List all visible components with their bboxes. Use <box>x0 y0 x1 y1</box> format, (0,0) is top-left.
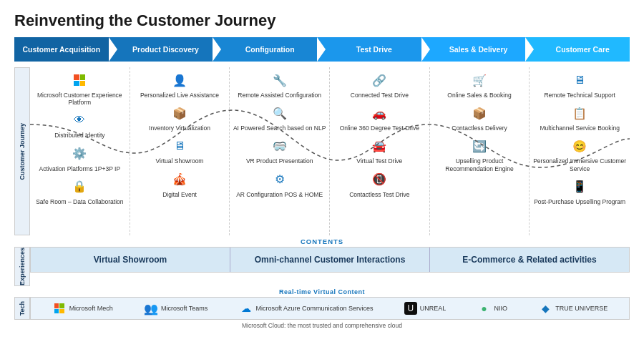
unreal-icon: U <box>404 302 417 315</box>
tech-row: Tech Microsoft Mech 👥 Microsoft Teams ☁ … <box>14 297 630 320</box>
nav-customer-care[interactable]: Customer Care <box>525 37 630 62</box>
item-post-purchase: 📱 Post-Purchase Upselling Program <box>532 177 627 205</box>
item-multichannel-booking: 📋 Multichannel Service Booking <box>532 103 627 132</box>
item-remote-config: 🔧 Remote Assisted Configuration <box>233 70 326 99</box>
tech-ms-teams: 👥 Microsoft Teams <box>144 301 208 315</box>
nav-test-drive[interactable]: Test Drive <box>317 37 421 62</box>
gear-icon: ⚙️ <box>69 144 89 164</box>
experiences-side-label: Experiences <box>14 247 30 286</box>
person-icon: 👤 <box>170 70 190 90</box>
vr-icon: 🥽 <box>270 136 290 156</box>
col-configuration: 🔧 Remote Assisted Configuration 🔍 AI Pow… <box>230 67 330 235</box>
page-title: Reinventing the Customer Journey <box>14 11 630 30</box>
nav-sales-delivery[interactable]: Sales & Delivery <box>421 37 526 62</box>
tech-unreal: U UNREAL <box>404 302 447 315</box>
exp-virtual-showroom: Virtual Showroom <box>31 248 230 272</box>
ms-teams-icon: 👥 <box>144 301 158 315</box>
true-universe-icon: ◆ <box>538 301 552 315</box>
tech-ms-azure: ☁ Microsoft Azure Communication Services <box>239 301 374 315</box>
phone-off-icon: 📵 <box>369 170 389 190</box>
lock-icon: 🔒 <box>69 177 89 197</box>
car2-icon: 🚘 <box>369 136 389 156</box>
item-contactless-test: 📵 Contactless Test Drive <box>333 170 426 198</box>
exp-ecommerce: E-Commerce & Related activities <box>430 248 629 272</box>
item-connected-test: 🔗 Connected Test Drive <box>333 70 426 99</box>
item-ar-config: ⚙ AR Configuration POS & HOME <box>233 170 326 198</box>
item-activation-platforms: ⚙️ Activation Platforms 1P+3P IP <box>33 144 127 172</box>
refresh-icon: 🔄 <box>469 136 489 156</box>
box-icon: 📦 <box>170 103 190 123</box>
journey-grid: Microsoft Customer Experience Platform 👁… <box>30 67 630 235</box>
item-ms-exp-platform: Microsoft Customer Experience Platform <box>33 70 127 106</box>
mobile-icon: 📱 <box>570 177 590 197</box>
cart-icon: 🛒 <box>469 70 489 90</box>
tech-niio: ● NIIO <box>477 301 508 315</box>
col-customer-care: 🖥 Remote Technical Support 📋 Multichanne… <box>530 67 630 235</box>
journey-side-label: Customer Journey <box>14 67 30 235</box>
col-sales-delivery: 🛒 Online Sales & Booking 📦 Contactless D… <box>430 67 530 235</box>
nav-customer-acquisition[interactable]: Customer Acquisition <box>14 37 109 62</box>
item-personalized-immersive: 😊 Personalized Immersive Customer Servic… <box>532 136 627 172</box>
monitor2-icon: 🖥 <box>570 70 590 90</box>
item-contactless-delivery: 📦 Contactless Delivery <box>433 103 527 132</box>
niio-icon: ● <box>477 301 492 315</box>
smile-icon: 😊 <box>570 136 590 156</box>
ms-cloud-label: Microsoft Cloud: the most trusted and co… <box>14 322 630 329</box>
tech-ms-mech: Microsoft Mech <box>52 301 113 315</box>
item-virtual-showroom: 🖥 Virtual Showroom <box>133 136 227 165</box>
item-ai-search: 🔍 AI Powered Search based on NLP <box>233 103 326 132</box>
col-test-drive: 🔗 Connected Test Drive 🚗 Online 360 Degr… <box>330 67 430 235</box>
item-digital-event: 🎪 Digital Event <box>133 170 227 198</box>
item-safe-room: 🔒 Safe Room – Data Collaboration <box>33 177 127 205</box>
real-time-label: Real-time Virtual Content <box>14 288 630 295</box>
journey-row: Customer Journey Microsoft Customer Expe… <box>14 67 630 235</box>
item-upselling-engine: 🔄 Upselling Product Recommendation Engin… <box>433 136 527 172</box>
item-inventory-virtualization: 📦 Inventory Virtualization <box>133 103 227 132</box>
chevron-nav: Customer Acquisition Product Discovery C… <box>14 37 630 62</box>
tech-side-label: Tech <box>14 297 30 320</box>
item-personalized-live: 👤 Personalized Live Assistance <box>133 70 227 99</box>
search-icon: 🔍 <box>270 103 290 123</box>
event-icon: 🎪 <box>170 170 190 190</box>
delivery-icon: 📦 <box>469 103 489 123</box>
monitor-icon: 🖥 <box>170 136 190 156</box>
experiences-row: Experiences Virtual Showroom Omni-channe… <box>14 247 630 286</box>
eye-icon: 👁 <box>69 110 89 130</box>
ms-mech-icon <box>52 301 67 315</box>
clipboard-icon: 📋 <box>570 103 590 123</box>
azure-icon: ☁ <box>239 301 253 315</box>
car-icon: 🚗 <box>369 103 389 123</box>
col-customer-acquisition: Microsoft Customer Experience Platform 👁… <box>30 67 130 235</box>
exp-omnichannel: Omni-channel Customer Interactions <box>230 248 430 272</box>
ms-exp-icon <box>69 70 89 90</box>
item-distributed-identity: 👁 Distributed Identity <box>33 110 127 139</box>
item-virtual-test: 🚘 Virtual Test Drive <box>333 136 426 165</box>
item-360-test: 🚗 Online 360 Degree Test Drive <box>333 103 426 132</box>
item-online-sales: 🛒 Online Sales & Booking <box>433 70 527 99</box>
ar-icon: ⚙ <box>270 170 290 190</box>
item-vr-product: 🥽 VR Product Presentation <box>233 136 326 165</box>
col-product-discovery: 👤 Personalized Live Assistance 📦 Invento… <box>130 67 230 235</box>
link-icon: 🔗 <box>369 70 389 90</box>
nav-configuration[interactable]: Configuration <box>213 37 317 62</box>
item-remote-support: 🖥 Remote Technical Support <box>532 70 627 99</box>
tech-true-universe: ◆ TRUE UNIVERSE <box>538 301 608 315</box>
wrench-icon: 🔧 <box>270 70 290 90</box>
contents-label: CONTENTS <box>14 238 630 245</box>
nav-product-discovery[interactable]: Product Discovery <box>109 37 213 62</box>
